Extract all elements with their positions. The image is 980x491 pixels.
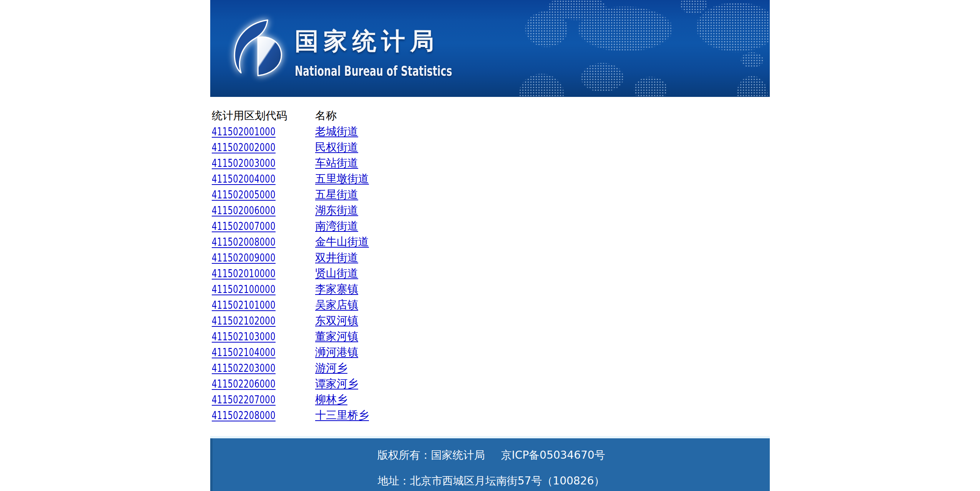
district-code-link[interactable]: 411502208000 xyxy=(212,409,276,422)
site-title-group: 国家统计局 National Bureau of Statistics xyxy=(295,29,513,78)
district-name-link[interactable]: 柳林乡 xyxy=(315,393,347,406)
table-row: 411502009000 双井街道 xyxy=(212,250,369,265)
district-name-link[interactable]: 贤山街道 xyxy=(315,267,358,280)
district-code-link[interactable]: 411502010000 xyxy=(212,267,276,280)
district-name-link[interactable]: 浉河港镇 xyxy=(315,346,358,358)
district-code-link[interactable]: 411502206000 xyxy=(212,377,276,390)
site-title-en: National Bureau of Statistics xyxy=(295,65,452,78)
district-code-link[interactable]: 411502006000 xyxy=(212,204,276,217)
table-row: 411502001000 老城街道 xyxy=(212,123,369,139)
main-content: 统计用区划代码 名称 411502001000 老城街道 41150200200… xyxy=(210,97,770,436)
district-name-link[interactable]: 东双河镇 xyxy=(315,314,358,327)
table-row: 411502007000 南湾街道 xyxy=(212,218,369,234)
world-map-pattern-icon xyxy=(516,0,770,97)
column-header-code: 统计用区划代码 xyxy=(212,108,315,123)
district-code-link[interactable]: 411502102000 xyxy=(212,314,276,327)
district-name-link[interactable]: 谭家河乡 xyxy=(315,377,358,390)
district-table: 统计用区划代码 名称 411502001000 老城街道 41150200200… xyxy=(212,108,369,423)
district-name-link[interactable]: 李家寨镇 xyxy=(315,283,358,295)
address-text: 地址：北京市西城区月坛南街57号（100826） xyxy=(213,473,770,489)
district-name-link[interactable]: 老城街道 xyxy=(315,125,358,138)
table-row: 411502206000 谭家河乡 xyxy=(212,376,369,391)
district-name-link[interactable]: 五星街道 xyxy=(315,188,358,201)
table-row: 411502208000 十三里桥乡 xyxy=(212,407,369,423)
icp-number: 京ICP备05034670号 xyxy=(501,449,605,461)
district-code-link[interactable]: 411502101000 xyxy=(212,298,276,311)
district-name-link[interactable]: 车站街道 xyxy=(315,156,358,169)
district-name-link[interactable]: 五里墩街道 xyxy=(315,172,369,185)
site-header: 国家统计局 National Bureau of Statistics xyxy=(210,0,770,97)
district-code-link[interactable]: 411502001000 xyxy=(212,125,276,138)
district-code-link[interactable]: 411502207000 xyxy=(212,393,276,406)
district-name-link[interactable]: 金牛山街道 xyxy=(315,235,369,248)
district-name-link[interactable]: 吴家店镇 xyxy=(315,298,358,311)
district-code-link[interactable]: 411502100000 xyxy=(212,283,276,296)
district-code-link[interactable]: 411502007000 xyxy=(212,220,276,233)
table-row: 411502006000 湖东街道 xyxy=(212,202,369,218)
site-footer: 版权所有：国家统计局京ICP备05034670号 地址：北京市西城区月坛南街57… xyxy=(210,436,770,491)
district-name-link[interactable]: 董家河镇 xyxy=(315,330,358,343)
district-code-link[interactable]: 411502009000 xyxy=(212,251,276,264)
table-row: 411502103000 董家河镇 xyxy=(212,328,369,344)
district-code-link[interactable]: 411502008000 xyxy=(212,235,276,248)
table-row: 411502008000 金牛山街道 xyxy=(212,234,369,250)
footer-copyright-line: 版权所有：国家统计局京ICP备05034670号 xyxy=(213,448,770,463)
district-code-link[interactable]: 411502104000 xyxy=(212,346,276,359)
district-code-link[interactable]: 411502005000 xyxy=(212,188,276,201)
nbs-logo-icon xyxy=(226,19,287,78)
page: 国家统计局 National Bureau of Statistics 统计用区… xyxy=(210,0,770,491)
district-code-link[interactable]: 411502002000 xyxy=(212,141,276,154)
table-row: 411502005000 五星街道 xyxy=(212,186,369,202)
copyright-text: 版权所有：国家统计局 xyxy=(377,449,485,461)
district-name-link[interactable]: 游河乡 xyxy=(315,361,347,374)
table-row: 411502102000 东双河镇 xyxy=(212,313,369,328)
table-row: 411502203000 游河乡 xyxy=(212,360,369,376)
column-header-name: 名称 xyxy=(315,108,369,123)
district-code-link[interactable]: 411502003000 xyxy=(212,156,276,170)
district-name-link[interactable]: 双井街道 xyxy=(315,251,358,264)
table-header-row: 统计用区划代码 名称 xyxy=(212,108,369,123)
table-row: 411502002000 民权街道 xyxy=(212,139,369,155)
table-row: 411502004000 五里墩街道 xyxy=(212,171,369,186)
table-row: 411502100000 李家寨镇 xyxy=(212,281,369,297)
district-code-link[interactable]: 411502203000 xyxy=(212,361,276,374)
table-row: 411502101000 吴家店镇 xyxy=(212,297,369,313)
table-row: 411502010000 贤山街道 xyxy=(212,265,369,281)
table-row: 411502003000 车站街道 xyxy=(212,155,369,171)
district-name-link[interactable]: 十三里桥乡 xyxy=(315,409,369,421)
table-row: 411502207000 柳林乡 xyxy=(212,391,369,407)
district-code-link[interactable]: 411502103000 xyxy=(212,330,276,343)
district-name-link[interactable]: 湖东街道 xyxy=(315,204,358,216)
district-name-link[interactable]: 民权街道 xyxy=(315,141,358,153)
district-code-link[interactable]: 411502004000 xyxy=(212,172,276,185)
table-row: 411502104000 浉河港镇 xyxy=(212,344,369,360)
site-title-cn: 国家统计局 xyxy=(295,29,513,53)
district-name-link[interactable]: 南湾街道 xyxy=(315,220,358,232)
footer-bar: 版权所有：国家统计局京ICP备05034670号 地址：北京市西城区月坛南街57… xyxy=(210,438,770,491)
